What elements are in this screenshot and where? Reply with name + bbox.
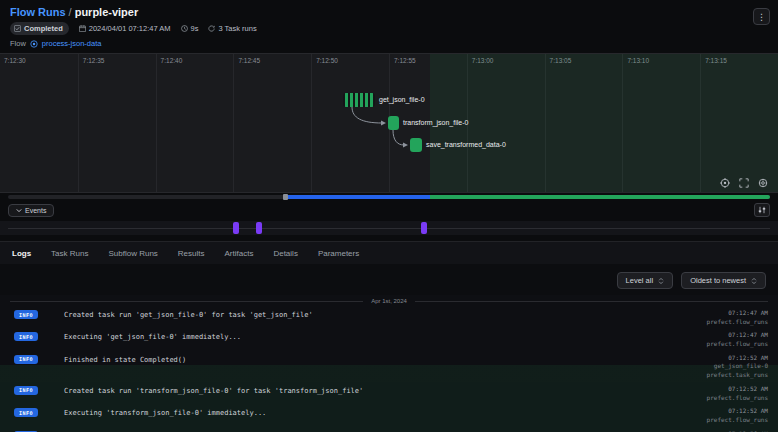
events-mini-timeline[interactable]: [0, 221, 778, 235]
log-source: prefect.flow_runs: [707, 340, 768, 347]
log-meta: 07:12:52 AMprefect.flow_runs: [707, 407, 768, 424]
breadcrumb-flow-runs-link[interactable]: Flow Runs: [10, 6, 66, 18]
log-time: 07:12:52 AM: [728, 407, 768, 414]
tab-details[interactable]: Details: [273, 249, 297, 258]
log-level-badge: INFO: [14, 386, 38, 395]
log-source: prefect.flow_runs: [707, 318, 768, 325]
log-row: INFO Executing 'get_json_file-0' immedia…: [0, 328, 778, 350]
task-run-count: 3 Task runs: [208, 24, 256, 33]
log-source: prefect.flow_runs: [707, 416, 768, 423]
log-source: prefect.flow_runs: [707, 394, 768, 401]
log-meta: 07:12:47 AMprefect.flow_runs: [707, 331, 768, 348]
timeline-tick: 7:13:00: [472, 57, 494, 64]
tab-parameters[interactable]: Parameters: [318, 249, 359, 258]
flow-name-link[interactable]: process-json-data: [42, 39, 102, 48]
events-timeline-track: [8, 228, 770, 229]
log-level-badge: INFO: [14, 355, 38, 364]
task-run-count-value: 3 Task runs: [218, 24, 256, 33]
flow-run-header: Flow Runs/purple-viper Completed 2024/04…: [0, 0, 778, 50]
sliders-icon: [758, 206, 766, 214]
status-badge: Completed: [10, 22, 69, 35]
log-message: Executing 'get_json_file-0' immediately.…: [64, 333, 707, 341]
log-level-badge: INFO: [14, 408, 38, 417]
timeline-tick: 7:12:55: [394, 57, 416, 64]
flow-icon: [30, 40, 38, 48]
timeline-tick: 7:12:40: [161, 57, 183, 64]
timeline-tick: 7:13:10: [627, 57, 649, 64]
log-date-label: Apr 1st, 2024: [371, 298, 407, 304]
check-icon: [14, 25, 21, 32]
chart-toolbar: [720, 178, 768, 188]
page-title: purple-viper: [75, 6, 139, 18]
log-sort-order-dropdown[interactable]: Oldest to newest: [681, 272, 766, 289]
log-level-filter-label: Level all: [626, 276, 654, 285]
log-time: 07:12:47 AM: [728, 331, 768, 338]
timeline-tick: 7:12:30: [4, 57, 26, 64]
kebab-icon: ⋮: [757, 12, 766, 22]
log-sort-order-label: Oldest to newest: [690, 276, 746, 285]
chevron-down-icon: [16, 208, 22, 213]
run-meta-row: Completed 2024/04/01 07:12:47 AM 9s 3 Ta…: [10, 22, 768, 35]
task-runs-icon: [208, 25, 215, 32]
log-level-badge: INFO: [14, 332, 38, 341]
start-time: 2024/04/01 07:12:47 AM: [79, 24, 171, 33]
events-settings-button[interactable]: [754, 203, 770, 217]
timeline-tick: 7:13:15: [705, 57, 727, 64]
flow-link-row: Flow process-json-data: [10, 39, 768, 48]
task-label-transform-json-file[interactable]: transform_json_file-0: [403, 119, 468, 126]
task-bar-save-transformed-data[interactable]: [410, 138, 422, 152]
duration-value: 9s: [191, 24, 199, 33]
run-actions-menu-button[interactable]: ⋮: [753, 8, 770, 25]
task-bar-get-json-file[interactable]: [343, 93, 375, 107]
log-time: 07:12:52 AM: [728, 354, 768, 361]
log-message: Created task run 'get_json_file-0' for t…: [64, 311, 707, 319]
log-time: 07:12:47 AM: [728, 309, 768, 316]
log-row: INFO Finished in state Completed() 07:12…: [0, 427, 778, 432]
timeline-tick: 7:12:35: [83, 57, 105, 64]
timeline-tick: 7:12:50: [316, 57, 338, 64]
fullscreen-icon[interactable]: [739, 178, 749, 188]
log-time: 07:12:52 AM: [728, 385, 768, 392]
log-row: INFO Created task run 'get_json_file-0' …: [0, 306, 778, 328]
log-list[interactable]: Apr 1st, 2024 INFO Created task run 'get…: [0, 295, 778, 432]
tab-artifacts[interactable]: Artifacts: [225, 249, 254, 258]
log-row: INFO Executing 'transform_json_file-0' i…: [0, 404, 778, 426]
state-bar-handle[interactable]: [283, 194, 288, 200]
log-meta: 07:12:52 AMget_json_file-0prefect.task_r…: [707, 354, 768, 380]
tab-results[interactable]: Results: [178, 249, 205, 258]
events-toggle-button[interactable]: Events: [8, 204, 54, 217]
task-timeline-chart[interactable]: 7:12:30 7:12:35 7:12:40 7:12:45 7:12:50 …: [0, 53, 778, 193]
log-level-badge: INFO: [14, 310, 38, 319]
start-time-value: 2024/04/01 07:12:47 AM: [89, 24, 171, 33]
events-toolbar: Events: [0, 199, 778, 219]
log-message: Executing 'transform_json_file-0' immedi…: [64, 409, 707, 417]
log-row: INFO Created task run 'transform_json_fi…: [0, 382, 778, 404]
clock-icon: [181, 25, 188, 32]
log-date-divider: Apr 1st, 2024: [0, 295, 778, 306]
chart-settings-gear-icon[interactable]: [758, 178, 768, 188]
run-detail-tabs: Logs Task Runs Subflow Runs Results Arti…: [0, 241, 778, 264]
log-level-filter-dropdown[interactable]: Level all: [617, 272, 674, 289]
log-message: Finished in state Completed(): [64, 356, 707, 364]
task-label-save-transformed-data[interactable]: save_transformed_data-0: [426, 141, 506, 148]
timeline-tick: 7:12:45: [238, 57, 260, 64]
event-marker[interactable]: [256, 222, 262, 234]
tab-logs[interactable]: Logs: [12, 249, 31, 258]
tab-subflow-runs[interactable]: Subflow Runs: [108, 249, 157, 258]
flow-run-state-bar[interactable]: [8, 195, 770, 199]
event-marker[interactable]: [233, 222, 239, 234]
log-controls: Level all Oldest to newest: [0, 264, 778, 295]
task-label-get-json-file[interactable]: get_json_file-0: [379, 96, 425, 103]
sort-arrows-icon: [658, 277, 664, 285]
tab-task-runs[interactable]: Task Runs: [51, 249, 88, 258]
log-meta: 07:12:52 AMprefect.flow_runs: [707, 385, 768, 402]
log-message: Created task run 'transform_json_file-0'…: [64, 387, 707, 395]
task-bar-transform-json-file[interactable]: [388, 116, 399, 130]
sort-arrows-icon: [751, 277, 757, 285]
log-source: prefect.task_runs: [707, 371, 768, 378]
state-segment-completed: [430, 195, 770, 199]
breadcrumb-separator: /: [66, 6, 75, 18]
event-marker[interactable]: [421, 222, 427, 234]
recenter-icon[interactable]: [720, 178, 730, 188]
flow-label: Flow: [10, 39, 26, 48]
